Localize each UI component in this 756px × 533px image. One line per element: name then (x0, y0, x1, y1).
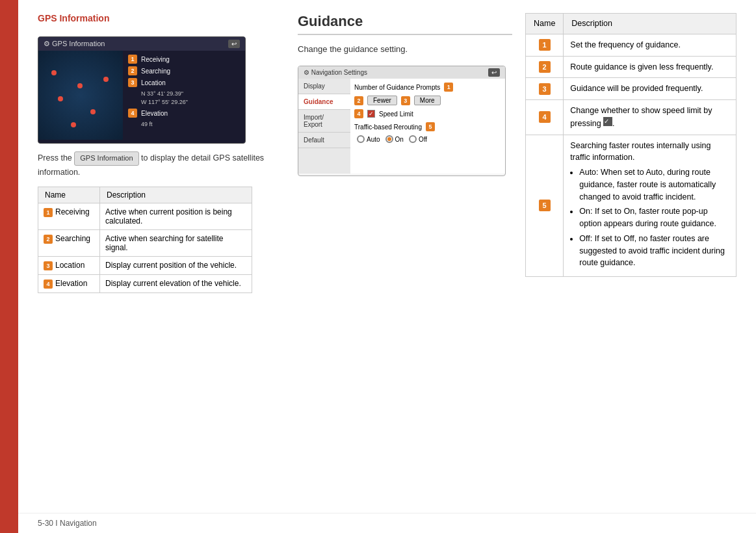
right-badge-4: 4 (539, 111, 551, 123)
map-dot (58, 96, 63, 101)
nav-row-fewer-more: 2 Fewer 3 More (354, 96, 501, 105)
bullet-list: Auto: When set to Auto, during route gui… (570, 166, 729, 269)
bullet-item-auto: Auto: When set to Auto, during route gui… (579, 166, 729, 203)
bullet-item-on: On: If set to On, faster route pop-up op… (579, 205, 729, 230)
gps-row-elevation: 4 Elevation (128, 109, 240, 118)
table-row: 3Location Display current position of th… (38, 256, 252, 274)
right-table-header-name: Name (526, 14, 564, 34)
speed-limit-label: Speed Limit (379, 110, 413, 118)
right-table-header-description: Description (564, 14, 736, 34)
row-badge-3: 3 (44, 261, 53, 270)
more-button[interactable]: More (414, 96, 441, 105)
gps-elevation-value: 49 ft (128, 120, 240, 129)
nav-back-btn[interactable]: ↩ (488, 68, 500, 77)
row-badge-2: 2 (44, 235, 53, 244)
menu-item-default[interactable]: Default (298, 133, 350, 148)
table-row: 2 Route guidance is given less frequentl… (526, 56, 736, 78)
right-row-desc-2: Route guidance is given less frequently. (564, 56, 736, 78)
row-desc-elevation: Display current elevation of the vehicle… (100, 274, 252, 292)
right-badge-5: 5 (539, 200, 551, 211)
table-row: 1Receiving Active when current position … (38, 203, 252, 229)
right-row-num-5: 5 (526, 135, 564, 277)
radio-on-label: On (395, 136, 404, 143)
col-mid: Guidance Change the guidance setting. ⚙ … (298, 13, 512, 500)
right-row-num-1: 1 (526, 34, 564, 56)
right-row-desc-3: Guidance will be provided frequently. (564, 78, 736, 100)
table-row: 4 Change whether to show speed limit by … (526, 100, 736, 135)
nav-screen: ⚙ Navigation Settings ↩ Display Guidance… (298, 66, 506, 176)
row-desc-searching: Active when searching for satellite sign… (100, 229, 252, 256)
radio-off[interactable]: Off (409, 135, 427, 143)
guidance-subtitle: Change the guidance setting. (298, 44, 512, 54)
radio-on[interactable]: On (385, 135, 404, 143)
prompts-label: Number of Guidance Prompts (354, 84, 440, 91)
left-sidebar (0, 0, 18, 533)
page-content: GPS Information ⚙ GPS Information ↩ (18, 0, 756, 533)
menu-item-import-export[interactable]: Import/Export (298, 110, 350, 133)
nav-left-menu: Display Guidance Import/Export Default (298, 79, 350, 174)
menu-item-display[interactable]: Display (298, 79, 350, 94)
badge-1: 1 (128, 55, 137, 64)
gps-elevation-ft: 49 ft (141, 120, 153, 129)
row-name-searching: 2Searching (38, 229, 100, 256)
radio-auto-label: Auto (367, 136, 380, 143)
right-row-num-4: 4 (526, 100, 564, 135)
table-row: 5 Searching faster routes internally usi… (526, 135, 736, 277)
row-name-location: 3Location (38, 256, 100, 274)
nav-row-prompts: Number of Guidance Prompts 1 (354, 83, 501, 92)
nav-right-content: Number of Guidance Prompts 1 2 Fewer 3 M… (350, 79, 505, 174)
map-dot (71, 122, 76, 127)
bullet-item-off: Off: If set to Off, no faster routes are… (579, 233, 729, 269)
gps-elevation-label: Elevation (141, 110, 168, 117)
fewer-button[interactable]: Fewer (367, 96, 397, 105)
right-row-num-2: 2 (526, 56, 564, 78)
guidance-title: Guidance (298, 13, 512, 35)
row-desc-location: Display current position of the vehicle. (100, 256, 252, 274)
nav-badge-2: 2 (354, 96, 363, 105)
menu-item-guidance[interactable]: Guidance (298, 94, 350, 110)
col-left: GPS Information ⚙ GPS Information ↩ (38, 13, 285, 500)
right-row-num-3: 3 (526, 78, 564, 100)
gps-info-panel: 1 Receiving 2 Searching 3 Location (123, 51, 245, 140)
main-area: GPS Information ⚙ GPS Information ↩ (18, 0, 756, 513)
right-badge-3: 3 (539, 83, 551, 95)
map-dot (51, 70, 57, 75)
table-row: 4Elevation Display current elevation of … (38, 274, 252, 292)
badge-4: 4 (128, 109, 137, 118)
map-dot (77, 83, 83, 88)
gps-map-area (38, 51, 123, 140)
map-dot (103, 77, 109, 82)
table-row: 3 Guidance will be provided frequently. (526, 78, 736, 100)
nav-screen-title: ⚙ Navigation Settings (304, 69, 367, 76)
map-dot (90, 109, 96, 114)
row-name-receiving: 1Receiving (38, 203, 100, 229)
right-badge-2: 2 (539, 61, 551, 73)
checkbox-icon (603, 117, 612, 126)
gps-row-receiving: 1 Receiving (128, 55, 240, 64)
gps-receiving-label: Receiving (141, 56, 170, 63)
gps-back-btn[interactable]: ↩ (228, 40, 240, 48)
nav-row-traffic: Traffic-based Rerouting 5 (354, 122, 501, 131)
badge-3: 3 (128, 78, 137, 87)
radio-auto[interactable]: Auto (357, 135, 380, 143)
row-desc-receiving: Active when current position is being ca… (100, 203, 252, 229)
radio-on-circle (385, 135, 393, 143)
badge-2: 2 (128, 66, 137, 75)
gps-coords: N 33° 41' 29.39"W 117° 55' 29.26" (141, 90, 188, 106)
traffic-label: Traffic-based Rerouting (354, 124, 422, 131)
gps-location-label: Location (141, 79, 166, 86)
press-after-text: to display the detail GPS satellites inf… (38, 153, 264, 177)
footer: 5-30 I Navigation (18, 513, 756, 533)
nav-screen-body: Display Guidance Import/Export Default N… (298, 79, 505, 174)
gps-section-title: GPS Information (38, 13, 285, 23)
radio-off-circle (409, 135, 417, 143)
table-header-name: Name (38, 187, 100, 203)
gps-info-button[interactable]: GPS Information (74, 151, 138, 166)
radio-off-label: Off (419, 136, 427, 143)
gps-screen-header: ⚙ GPS Information ↩ (38, 37, 245, 51)
press-before-text: Press the (38, 153, 72, 162)
table-row: 1 Set the frequency of guidance. (526, 34, 736, 56)
speed-limit-checkbox[interactable] (367, 110, 375, 118)
gps-screen: ⚙ GPS Information ↩ 1 (38, 36, 246, 144)
right-row-desc-1: Set the frequency of guidance. (564, 34, 736, 56)
